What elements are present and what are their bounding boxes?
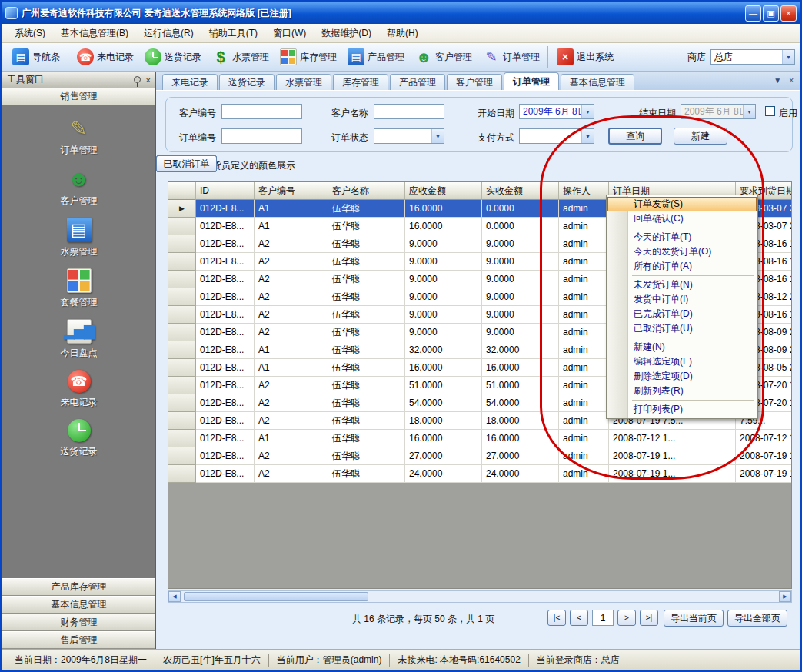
- tab[interactable]: 库存管理: [333, 74, 388, 90]
- context-menu-item[interactable]: 已取消订单(U): [607, 321, 757, 336]
- sidebar-item[interactable]: ▤ 水票管理: [2, 218, 155, 258]
- sidebar-section-sales[interactable]: 销售管理: [2, 88, 155, 105]
- toolbar-button[interactable]: ▦ 库存管理: [275, 46, 342, 68]
- context-menu-item[interactable]: 删除选定项(D): [607, 369, 757, 384]
- end-date-picker[interactable]: 2009年 6月 8日 ▼: [681, 104, 756, 119]
- context-menu-item[interactable]: 刷新列表(R): [607, 384, 757, 398]
- toolbar-button[interactable]: 送货记录: [139, 46, 207, 68]
- tab[interactable]: 客户管理: [447, 74, 502, 90]
- store-select[interactable]: 总店 ▼: [710, 49, 795, 65]
- toolbar-button[interactable]: ☎ 来电记录: [68, 46, 139, 68]
- table-row[interactable]: 012D-E8... A2 伍华聪 24.0000 24.0000 admin …: [168, 465, 792, 483]
- enable-checkbox[interactable]: [765, 106, 775, 116]
- query-button[interactable]: 查询: [608, 128, 662, 145]
- toolbar-button[interactable]: ☻ 客户管理: [410, 46, 478, 68]
- new-button[interactable]: 新建: [674, 128, 727, 145]
- context-menu-item[interactable]: 回单确认(C): [607, 211, 757, 226]
- export-all-pages-button[interactable]: 导出全部页: [727, 610, 787, 627]
- toolbar-button[interactable]: $ 水票管理: [207, 46, 275, 68]
- restore-button[interactable]: ▣: [763, 5, 779, 22]
- sidebar-item[interactable]: 送货记录: [2, 419, 155, 458]
- tab[interactable]: 送货记录: [219, 74, 275, 90]
- menu-item[interactable]: 辅助工具(T): [201, 25, 265, 42]
- row-selector[interactable]: [168, 341, 196, 359]
- order-status-select[interactable]: ▼: [374, 128, 444, 144]
- row-selector[interactable]: [168, 430, 196, 447]
- context-menu-item[interactable]: 订单发货(S): [607, 197, 757, 211]
- tab[interactable]: 来电记录: [162, 74, 218, 90]
- sidebar-bottom-section[interactable]: 产品库存管理: [2, 578, 155, 596]
- row-selector[interactable]: [168, 235, 196, 253]
- table-row[interactable]: 012D-E8... A1 伍华聪 16.0000 16.0000 admin …: [168, 430, 792, 447]
- row-selector[interactable]: [168, 465, 196, 483]
- row-selector[interactable]: [168, 288, 196, 306]
- sidebar-item[interactable]: ▂▅▇ 今日盘点: [2, 319, 155, 360]
- row-selector[interactable]: [168, 377, 196, 394]
- row-selector[interactable]: [168, 324, 196, 341]
- toolbar-button[interactable]: × 退出系统: [547, 46, 619, 68]
- column-header[interactable]: 客户名称: [328, 182, 405, 200]
- sidebar-item[interactable]: ☎ 来电记录: [2, 370, 155, 409]
- row-selector[interactable]: ▶: [168, 200, 196, 218]
- menu-item[interactable]: 运行信息(R): [136, 25, 201, 42]
- first-page-button[interactable]: |<: [547, 610, 566, 626]
- column-header[interactable]: [168, 182, 196, 200]
- row-selector[interactable]: [168, 253, 196, 271]
- row-selector[interactable]: [168, 306, 196, 324]
- row-selector[interactable]: [168, 271, 196, 288]
- sidebar-bottom-section[interactable]: 财务管理: [2, 614, 155, 631]
- payment-select[interactable]: ▼: [519, 128, 594, 144]
- column-header[interactable]: 操作人: [559, 182, 609, 200]
- scroll-left-icon[interactable]: ◀: [168, 591, 181, 602]
- horizontal-scrollbar[interactable]: ◀ ▶: [168, 590, 792, 603]
- chevron-down-icon[interactable]: ▼: [774, 76, 781, 85]
- close-button[interactable]: ×: [780, 5, 797, 22]
- table-row[interactable]: 012D-E8... A2 伍华聪 27.0000 27.0000 admin …: [168, 447, 792, 465]
- last-page-button[interactable]: >|: [640, 610, 658, 626]
- menu-item[interactable]: 数据维护(D): [314, 25, 379, 42]
- context-menu-item[interactable]: 新建(N): [607, 340, 757, 354]
- column-header[interactable]: 客户编号: [255, 182, 328, 200]
- sidebar-bottom-section[interactable]: 售后管理: [2, 631, 155, 649]
- toolbar-button[interactable]: ✎ 订单管理: [478, 46, 545, 68]
- order-status-filter-button[interactable]: 已取消订单: [156, 155, 217, 172]
- context-menu-item[interactable]: 未发货订单(N): [607, 278, 757, 292]
- pin-icon[interactable]: [134, 76, 141, 83]
- order-no-input[interactable]: [221, 128, 302, 144]
- column-header[interactable]: 实收金额: [482, 182, 559, 200]
- row-selector[interactable]: [168, 394, 196, 412]
- row-selector[interactable]: [168, 412, 196, 430]
- menu-item[interactable]: 基本信息管理(B): [53, 25, 136, 42]
- tab[interactable]: 产品管理: [390, 74, 445, 90]
- tab[interactable]: 订单管理: [504, 72, 559, 90]
- tab[interactable]: 水票管理: [276, 74, 331, 90]
- start-date-picker[interactable]: 2009年 6月 8日 ▼: [519, 104, 594, 119]
- close-icon[interactable]: ×: [146, 75, 151, 85]
- context-menu-item[interactable]: 打印列表(P): [607, 402, 757, 417]
- context-menu-item[interactable]: 已完成订单(D): [607, 307, 757, 321]
- customer-name-input[interactable]: [374, 104, 444, 119]
- sidebar-item[interactable]: ☻ 客户管理: [2, 167, 155, 208]
- prev-page-button[interactable]: <: [570, 610, 588, 626]
- scroll-right-icon[interactable]: ▶: [779, 591, 791, 602]
- page-number-input[interactable]: [592, 610, 614, 626]
- sidebar-item[interactable]: ✎ 订单管理: [2, 116, 155, 157]
- context-menu-item[interactable]: 所有的订单(A): [607, 259, 757, 274]
- menu-item[interactable]: 帮助(H): [379, 25, 426, 42]
- customer-no-input[interactable]: [221, 104, 302, 119]
- column-header[interactable]: 应收金额: [405, 182, 482, 200]
- context-menu-item[interactable]: 今天的订单(T): [607, 230, 757, 245]
- row-selector[interactable]: [168, 359, 196, 377]
- context-menu-item[interactable]: 今天的发货订单(O): [607, 245, 757, 259]
- scrollbar-thumb[interactable]: [184, 592, 368, 601]
- context-menu-item[interactable]: 发货中订单(I): [607, 292, 757, 307]
- column-header[interactable]: ID: [196, 182, 255, 200]
- export-current-page-button[interactable]: 导出当前页: [664, 610, 724, 627]
- toolbar-button[interactable]: ▤ 导航条: [7, 46, 65, 68]
- sidebar-item[interactable]: ▦ 套餐管理: [2, 268, 155, 309]
- tab[interactable]: 基本信息管理: [561, 74, 634, 90]
- close-icon[interactable]: ×: [789, 76, 794, 85]
- context-menu-item[interactable]: 编辑选定项(E): [607, 354, 757, 369]
- toolbar-button[interactable]: ▤ 产品管理: [342, 46, 410, 68]
- next-page-button[interactable]: >: [617, 610, 636, 626]
